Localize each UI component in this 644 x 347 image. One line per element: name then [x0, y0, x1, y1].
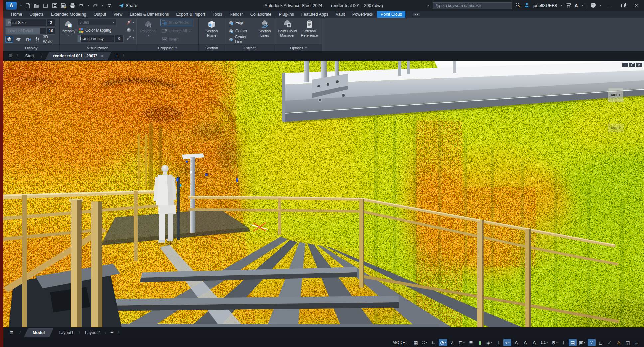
dropdown-caret[interactable]: ▾ — [426, 341, 427, 344]
polar-tracking[interactable]: ◔▾ — [439, 339, 447, 346]
edge-style-button[interactable]: ▾ — [126, 34, 135, 41]
tab-output[interactable]: Output — [90, 11, 110, 18]
point-size-slider[interactable]: Point Size 2 — [5, 19, 55, 26]
tab-view[interactable]: View — [110, 11, 126, 18]
tab-render[interactable]: Render — [226, 11, 247, 18]
panel-label-extract[interactable]: Extract — [225, 44, 275, 51]
dropdown-caret[interactable]: ▾ — [463, 341, 465, 344]
ortho-mode[interactable]: ∟ — [430, 339, 438, 346]
customize-menu[interactable]: ≡ — [633, 339, 641, 346]
dynamic-input[interactable]: ⌖▾ — [503, 339, 511, 346]
shaded-view-button[interactable] — [5, 36, 13, 43]
app-menu-caret-icon[interactable]: ▾ — [20, 4, 22, 7]
extract-corner-button[interactable]: Corner — [227, 27, 255, 35]
panel-label-visualization[interactable]: Visualization — [60, 44, 136, 51]
annotation-scale-sync[interactable]: Ʌ — [530, 339, 538, 346]
walk-button[interactable] — [34, 36, 41, 43]
dropdown-caret[interactable]: ▾ — [556, 341, 558, 344]
polygonal-crop-button[interactable]: Polygonal ▾ — [138, 19, 158, 44]
show-hide-crop-button[interactable]: Show/Hide — [160, 19, 192, 26]
extract-edge-button[interactable]: Edge — [227, 19, 255, 26]
tab-export-import[interactable]: Export & Import — [173, 11, 209, 18]
restore-button[interactable] — [618, 2, 628, 10]
section-plane-button[interactable]: Section Plane ▾ — [201, 19, 223, 44]
extract-center-line-button[interactable]: Center Line — [227, 36, 255, 43]
undo-icon[interactable] — [79, 3, 84, 8]
dropdown-caret[interactable]: ▾ — [508, 341, 510, 344]
point-cloud-manager-button[interactable]: Point Cloud Manager — [277, 19, 298, 44]
file-tab-menu-icon[interactable]: ≡ — [7, 53, 14, 59]
invert-crop-button[interactable]: Invert — [160, 36, 192, 43]
user-menu-caret-icon[interactable]: ▾ — [561, 4, 562, 7]
trusted-dwg[interactable]: ✓ — [606, 339, 614, 346]
close-button[interactable]: ✕ — [631, 2, 641, 10]
layout-menu-icon[interactable]: ≡ — [7, 329, 16, 336]
ucs-toggle[interactable]: ⊥ — [494, 339, 502, 346]
clean-screen[interactable]: ◱ — [624, 339, 632, 346]
tab-home[interactable]: Home — [7, 11, 26, 18]
camera-button[interactable] — [24, 36, 32, 43]
tab-extended-modeling[interactable]: Extended Modeling — [47, 11, 90, 18]
grid-mode[interactable]: ▦ — [412, 339, 420, 346]
tab-featured-apps[interactable]: Featured Apps — [298, 11, 332, 18]
new-file-icon[interactable] — [25, 3, 31, 8]
display-lock[interactable]: ▣▾ — [578, 339, 587, 346]
viewport-close-button[interactable]: ✕ — [636, 63, 642, 67]
selection-cycling[interactable]: ◈▾ — [485, 339, 493, 346]
level-of-detail-value[interactable]: 10 — [47, 27, 55, 35]
username-label[interactable]: jonellXUEB8 — [533, 3, 557, 8]
app-logo-icon[interactable]: A — [6, 2, 17, 10]
apps-caret-icon[interactable]: ▾ — [582, 4, 583, 7]
performance-alert[interactable]: ⚠ — [615, 339, 623, 346]
tab-objects[interactable]: Objects — [26, 11, 47, 18]
transparency-toggle[interactable]: ▮ — [476, 339, 484, 346]
snap-mode[interactable]: ∷▾ — [421, 339, 429, 346]
annotation-autoscale[interactable]: Ʌ — [521, 339, 529, 346]
dropdown-caret[interactable]: ▾ — [491, 341, 492, 344]
help-icon[interactable]: ? — [590, 2, 596, 9]
transparency-slider[interactable]: Transparency 0 — [77, 35, 124, 42]
share-button[interactable]: Share — [119, 3, 137, 8]
file-tab-render-trial-001-2907[interactable]: render trial 001 - 2907*✕ — [45, 52, 111, 60]
plot-icon[interactable] — [70, 3, 76, 8]
redo-caret-icon[interactable]: ▾ — [102, 4, 103, 7]
workspace-switching[interactable]: ⚙▾ — [550, 339, 559, 346]
uncrop-all-button[interactable]: Uncrop All▾ — [160, 27, 192, 35]
panel-label-section[interactable]: Section — [199, 44, 225, 51]
new-layout-button[interactable]: + — [110, 329, 114, 336]
viewport-minimize-button[interactable]: — — [622, 63, 628, 67]
tab-powerpack[interactable]: PowerPack — [349, 11, 377, 18]
panel-label-display[interactable]: Display — [3, 44, 59, 51]
viewport-restore-button[interactable] — [629, 63, 635, 67]
dropdown-caret[interactable]: ▾ — [445, 341, 446, 344]
transparency-value[interactable]: 0 — [115, 35, 124, 42]
intensity-button[interactable]: Intensity ▾ — [62, 19, 75, 44]
layout-tab-model[interactable]: Model — [24, 328, 53, 337]
sphere-style-button[interactable]: ▾ — [126, 27, 135, 33]
lighting-off-button[interactable]: ▾ — [126, 19, 135, 26]
annotation-scale[interactable]: 1:1▾ — [539, 339, 549, 346]
close-tab-icon[interactable]: ✕ — [100, 54, 103, 58]
tab-collaborate[interactable]: Collaborate — [247, 11, 275, 18]
external-reference-button[interactable]: External Reference — [299, 19, 320, 44]
user-icon[interactable] — [524, 2, 529, 9]
graphics-performance[interactable]: ∵ — [588, 339, 596, 346]
customize-add[interactable]: + — [560, 339, 568, 346]
object-isolate[interactable]: ◻ — [597, 339, 605, 346]
layout-tab-layout2[interactable]: Layout2 — [83, 329, 102, 336]
app-store-cart-icon[interactable] — [565, 3, 571, 9]
undo-caret-icon[interactable]: ▾ — [88, 4, 89, 7]
minimize-button[interactable]: — — [605, 2, 615, 10]
tab-plug-ins[interactable]: Plug-ins — [275, 11, 298, 18]
tab-point-cloud[interactable]: Point Cloud — [377, 11, 406, 18]
file-tab-start[interactable]: Start — [20, 52, 38, 60]
dropdown-caret[interactable]: ▾ — [584, 341, 585, 344]
annotation-visibility[interactable]: Ʌ — [512, 339, 520, 346]
help-caret-icon[interactable]: ▾ — [600, 4, 601, 7]
isometric-drafting[interactable]: ∠ — [448, 339, 456, 346]
search-expand-icon[interactable]: ▸ — [428, 4, 429, 7]
point-size-value[interactable]: 2 — [47, 19, 55, 26]
dropdown-caret[interactable]: ▾ — [546, 341, 548, 344]
search-icon[interactable] — [515, 2, 521, 9]
color-scheme-select[interactable]: Blues ▾ — [77, 19, 116, 26]
